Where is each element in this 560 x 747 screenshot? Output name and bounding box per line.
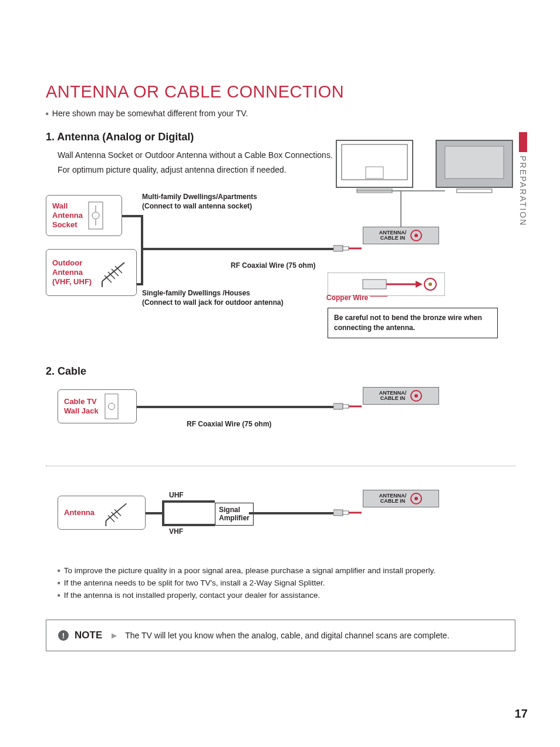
svg-rect-41 [343,511,349,514]
side-tab-accent [519,132,527,152]
coax-port-icon-3 [410,492,423,505]
note-box: ! NOTE ▶ The TV will let you know when t… [46,620,515,651]
svg-point-27 [429,282,432,286]
antenna-box-3: Antenna [58,496,146,530]
uhf-label: UHF [169,491,184,500]
rf-label-2: RF Coaxial Wire (75 ohm) [187,420,272,429]
bullet-list: To improve the picture quality in a poor… [58,566,519,600]
antenna-port-label-2: ANTENNA/ CABLE IN [379,391,407,401]
note-label: NOTE [75,630,102,641]
svg-rect-1 [342,144,407,180]
warning-box: Be careful not to bend the bronze wire w… [328,308,498,338]
connector-zoom-icon [328,272,445,296]
svg-point-34 [414,394,418,398]
svg-point-29 [108,403,114,409]
antenna-port-box-2: ANTENNA/ CABLE IN [363,387,439,405]
multi-family-label: Multi-family Dwellings/Apartments (Conne… [142,193,283,211]
side-tab-label: PREPARATION [518,156,528,226]
coax-port-icon-2 [410,389,423,402]
outdoor-antenna-label: Outdoor Antenna (VHF, UHF) [52,258,92,287]
wall-socket-label: Wall Antenna Socket [52,201,83,230]
antenna-icon [96,258,129,287]
page-title: ANTENNA OR CABLE CONNECTION [46,82,519,102]
copper-wire-label: Copper Wire [326,294,368,302]
coax-connector-icon [333,243,363,254]
outdoor-antenna-box: Outdoor Antenna (VHF, UHF) [46,249,137,296]
bullet-1: To improve the picture quality in a poor… [58,566,519,575]
vhf-label: VHF [169,527,183,537]
cable-jack-box: Cable TV Wall Jack [58,389,137,423]
wall-jack-icon-2 [103,393,120,420]
section1-p2: For optimum picture quality, adjust ante… [58,164,333,176]
svg-line-35 [106,503,126,520]
single-family-label: Single-family Dwellings /Houses (Connect… [142,289,306,307]
svg-rect-5 [445,146,504,179]
svg-point-44 [414,497,418,500]
svg-rect-30 [333,403,343,409]
wall-jack-icon [87,201,104,230]
section1-p1: Wall Antenna Socket or Outdoor Antenna w… [58,149,333,161]
note-icon: ! [58,630,69,641]
antenna-icon-2 [99,499,131,526]
note-text: The TV will let you know when the analog… [125,631,449,640]
svg-point-8 [92,212,99,219]
signal-amp-label: Signal Amplifier [219,506,249,522]
svg-rect-0 [336,140,413,187]
wall-socket-box: Wall Antenna Socket [46,195,122,236]
section2-heading: 2. Cable [46,365,519,378]
section-divider [46,466,515,466]
diagram-section1: Wall Antenna Socket Outdoor Antenna (VHF… [46,184,515,337]
svg-rect-2 [366,167,383,179]
section-cable: 2. Cable Cable TV Wall Jack ANTENNA/ CAB… [46,365,519,448]
antenna-port-box-1: ANTENNA/ CABLE IN [363,227,439,244]
coax-connector-icon-3 [333,507,363,518]
svg-rect-28 [105,394,118,419]
note-arrow-icon: ▶ [112,631,117,640]
svg-rect-18 [343,247,349,250]
side-tab: PREPARATION [518,132,528,226]
section-amplifier: Antenna UHF VHF Signal Amplifier ANTEN [46,484,519,600]
svg-marker-25 [416,281,423,288]
intro-text: Here shown may be somewhat different fro… [46,109,519,118]
cable-jack-label: Cable TV Wall Jack [64,397,99,416]
antenna-label-3: Antenna [64,508,95,517]
antenna-port-label-3: ANTENNA/ CABLE IN [379,493,407,504]
diagram-section2: Cable TV Wall Jack ANTENNA/ CABLE IN RF … [46,383,519,448]
diagram-section3: Antenna UHF VHF Signal Amplifier ANTEN [46,484,519,554]
coax-port-icon [410,229,423,242]
warning-text: Be careful not to bend the bronze wire w… [334,314,482,332]
signal-amp-box: Signal Amplifier [215,503,254,526]
svg-rect-23 [363,280,386,289]
svg-rect-40 [333,510,343,516]
coax-connector-icon-2 [333,401,363,412]
rf-label-1: RF Coaxial Wire (75 ohm) [231,261,316,271]
antenna-port-label-1: ANTENNA/ CABLE IN [379,230,407,241]
svg-rect-17 [333,245,343,251]
section-antenna: 1. Antenna (Analog or Digital) Wall Ante… [46,131,519,337]
bullet-2: If the antenna needs to be split for two… [58,578,519,587]
bullet-3: If the antenna is not installed properly… [58,591,519,600]
svg-point-21 [414,234,418,237]
antenna-port-box-3: ANTENNA/ CABLE IN [363,490,439,507]
page-number: 17 [515,707,528,721]
svg-rect-31 [343,405,349,408]
